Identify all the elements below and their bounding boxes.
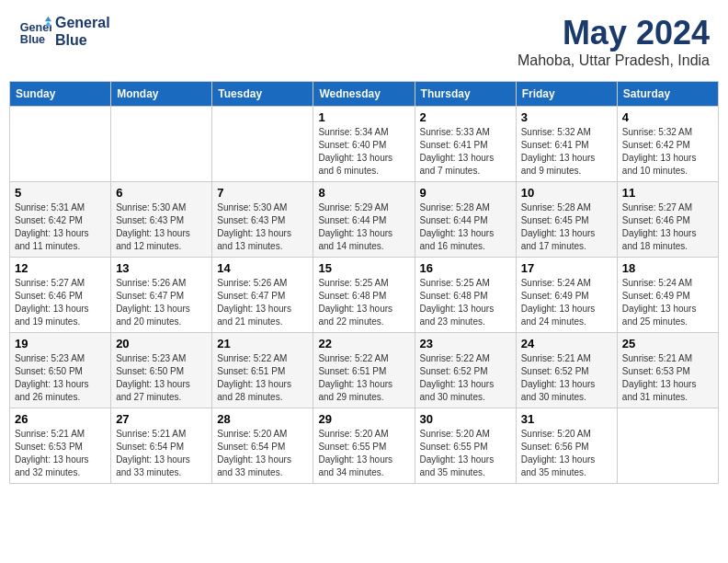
svg-text:Blue: Blue	[20, 33, 45, 46]
day-number: 6	[116, 186, 207, 200]
day-cell: 12Sunrise: 5:27 AMSunset: 6:46 PMDayligh…	[10, 258, 111, 333]
weekday-header-saturday: Saturday	[617, 82, 718, 107]
day-number: 17	[521, 261, 612, 275]
day-info: Sunrise: 5:23 AMSunset: 6:50 PMDaylight:…	[116, 352, 207, 404]
day-info: Sunrise: 5:21 AMSunset: 6:54 PMDaylight:…	[116, 428, 207, 479]
day-info: Sunrise: 5:33 AMSunset: 6:41 PMDaylight:…	[420, 126, 511, 178]
weekday-header-row: SundayMondayTuesdayWednesdayThursdayFrid…	[10, 82, 719, 107]
day-number: 16	[420, 261, 511, 275]
day-number: 7	[217, 186, 308, 200]
day-cell: 28Sunrise: 5:20 AMSunset: 6:54 PMDayligh…	[212, 408, 313, 484]
day-number: 9	[420, 186, 511, 200]
weekday-header-tuesday: Tuesday	[212, 82, 313, 107]
month-title: May 2024	[518, 14, 710, 52]
day-cell: 4Sunrise: 5:32 AMSunset: 6:42 PMDaylight…	[617, 107, 718, 182]
day-number: 26	[15, 412, 106, 426]
calendar-table: SundayMondayTuesdayWednesdayThursdayFrid…	[9, 81, 719, 484]
day-number: 11	[622, 186, 713, 200]
day-info: Sunrise: 5:34 AMSunset: 6:40 PMDaylight:…	[318, 126, 409, 178]
day-info: Sunrise: 5:28 AMSunset: 6:44 PMDaylight:…	[420, 201, 511, 253]
day-number: 19	[15, 337, 106, 350]
day-cell: 11Sunrise: 5:27 AMSunset: 6:46 PMDayligh…	[617, 182, 718, 258]
title-area: May 2024 Mahoba, Uttar Pradesh, India	[518, 14, 710, 69]
day-info: Sunrise: 5:29 AMSunset: 6:44 PMDaylight:…	[318, 201, 409, 253]
day-info: Sunrise: 5:27 AMSunset: 6:46 PMDaylight:…	[15, 277, 106, 328]
day-number: 13	[116, 261, 207, 275]
day-info: Sunrise: 5:27 AMSunset: 6:46 PMDaylight:…	[622, 201, 713, 253]
day-cell: 9Sunrise: 5:28 AMSunset: 6:44 PMDaylight…	[415, 182, 516, 258]
day-info: Sunrise: 5:24 AMSunset: 6:49 PMDaylight:…	[622, 277, 713, 328]
day-cell: 2Sunrise: 5:33 AMSunset: 6:41 PMDaylight…	[415, 107, 516, 182]
day-cell: 30Sunrise: 5:20 AMSunset: 6:55 PMDayligh…	[415, 408, 516, 484]
day-cell	[10, 107, 111, 182]
day-cell: 6Sunrise: 5:30 AMSunset: 6:43 PMDaylight…	[111, 182, 212, 258]
day-info: Sunrise: 5:20 AMSunset: 6:56 PMDaylight:…	[521, 428, 612, 479]
day-info: Sunrise: 5:21 AMSunset: 6:52 PMDaylight:…	[521, 352, 612, 404]
week-row-4: 19Sunrise: 5:23 AMSunset: 6:50 PMDayligh…	[10, 333, 719, 408]
day-number: 23	[420, 337, 511, 350]
day-info: Sunrise: 5:22 AMSunset: 6:52 PMDaylight:…	[420, 352, 511, 404]
day-cell: 27Sunrise: 5:21 AMSunset: 6:54 PMDayligh…	[111, 408, 212, 484]
day-number: 30	[420, 412, 511, 426]
day-info: Sunrise: 5:25 AMSunset: 6:48 PMDaylight:…	[420, 277, 511, 328]
logo-general: General	[55, 14, 110, 31]
logo: General Blue General Blue	[18, 14, 110, 49]
day-info: Sunrise: 5:20 AMSunset: 6:55 PMDaylight:…	[420, 428, 511, 479]
day-cell: 26Sunrise: 5:21 AMSunset: 6:53 PMDayligh…	[10, 408, 111, 484]
day-cell: 8Sunrise: 5:29 AMSunset: 6:44 PMDaylight…	[313, 182, 415, 258]
day-info: Sunrise: 5:23 AMSunset: 6:50 PMDaylight:…	[15, 352, 106, 404]
day-cell: 18Sunrise: 5:24 AMSunset: 6:49 PMDayligh…	[617, 258, 718, 333]
day-cell: 17Sunrise: 5:24 AMSunset: 6:49 PMDayligh…	[516, 258, 617, 333]
day-number: 5	[15, 186, 106, 200]
day-cell: 24Sunrise: 5:21 AMSunset: 6:52 PMDayligh…	[516, 333, 617, 408]
weekday-header-sunday: Sunday	[10, 82, 111, 107]
day-cell: 15Sunrise: 5:25 AMSunset: 6:48 PMDayligh…	[313, 258, 415, 333]
day-info: Sunrise: 5:20 AMSunset: 6:54 PMDaylight:…	[217, 428, 308, 479]
day-number: 12	[15, 261, 106, 275]
weekday-header-wednesday: Wednesday	[313, 82, 415, 107]
day-number: 20	[116, 337, 207, 350]
day-number: 25	[622, 337, 713, 350]
day-cell	[617, 408, 718, 484]
day-cell	[212, 107, 313, 182]
day-number: 10	[521, 186, 612, 200]
day-number: 22	[318, 337, 409, 350]
day-cell: 19Sunrise: 5:23 AMSunset: 6:50 PMDayligh…	[10, 333, 111, 408]
day-info: Sunrise: 5:32 AMSunset: 6:41 PMDaylight:…	[521, 126, 612, 178]
day-cell	[111, 107, 212, 182]
day-info: Sunrise: 5:26 AMSunset: 6:47 PMDaylight:…	[116, 277, 207, 328]
day-info: Sunrise: 5:22 AMSunset: 6:51 PMDaylight:…	[217, 352, 308, 404]
day-cell: 21Sunrise: 5:22 AMSunset: 6:51 PMDayligh…	[212, 333, 313, 408]
week-row-5: 26Sunrise: 5:21 AMSunset: 6:53 PMDayligh…	[10, 408, 719, 484]
day-info: Sunrise: 5:21 AMSunset: 6:53 PMDaylight:…	[622, 352, 713, 404]
day-info: Sunrise: 5:24 AMSunset: 6:49 PMDaylight:…	[521, 277, 612, 328]
day-cell: 23Sunrise: 5:22 AMSunset: 6:52 PMDayligh…	[415, 333, 516, 408]
location-title: Mahoba, Uttar Pradesh, India	[518, 52, 710, 69]
day-cell: 5Sunrise: 5:31 AMSunset: 6:42 PMDaylight…	[10, 182, 111, 258]
day-cell: 20Sunrise: 5:23 AMSunset: 6:50 PMDayligh…	[111, 333, 212, 408]
day-cell: 14Sunrise: 5:26 AMSunset: 6:47 PMDayligh…	[212, 258, 313, 333]
week-row-1: 1Sunrise: 5:34 AMSunset: 6:40 PMDaylight…	[10, 107, 719, 182]
day-info: Sunrise: 5:22 AMSunset: 6:51 PMDaylight:…	[318, 352, 409, 404]
day-cell: 13Sunrise: 5:26 AMSunset: 6:47 PMDayligh…	[111, 258, 212, 333]
day-number: 2	[420, 110, 511, 124]
week-row-2: 5Sunrise: 5:31 AMSunset: 6:42 PMDaylight…	[10, 182, 719, 258]
day-info: Sunrise: 5:30 AMSunset: 6:43 PMDaylight:…	[217, 201, 308, 253]
day-info: Sunrise: 5:30 AMSunset: 6:43 PMDaylight:…	[116, 201, 207, 253]
day-cell: 22Sunrise: 5:22 AMSunset: 6:51 PMDayligh…	[313, 333, 415, 408]
day-info: Sunrise: 5:28 AMSunset: 6:45 PMDaylight:…	[521, 201, 612, 253]
day-info: Sunrise: 5:26 AMSunset: 6:47 PMDaylight:…	[217, 277, 308, 328]
day-number: 8	[318, 186, 409, 200]
day-number: 14	[217, 261, 308, 275]
day-cell: 10Sunrise: 5:28 AMSunset: 6:45 PMDayligh…	[516, 182, 617, 258]
day-cell: 7Sunrise: 5:30 AMSunset: 6:43 PMDaylight…	[212, 182, 313, 258]
logo-blue: Blue	[55, 31, 110, 49]
day-info: Sunrise: 5:25 AMSunset: 6:48 PMDaylight:…	[318, 277, 409, 328]
day-cell: 25Sunrise: 5:21 AMSunset: 6:53 PMDayligh…	[617, 333, 718, 408]
weekday-header-monday: Monday	[111, 82, 212, 107]
day-number: 3	[521, 110, 612, 124]
day-number: 24	[521, 337, 612, 350]
svg-marker-2	[45, 17, 51, 21]
day-info: Sunrise: 5:21 AMSunset: 6:53 PMDaylight:…	[15, 428, 106, 479]
logo-icon: General Blue	[18, 15, 51, 48]
